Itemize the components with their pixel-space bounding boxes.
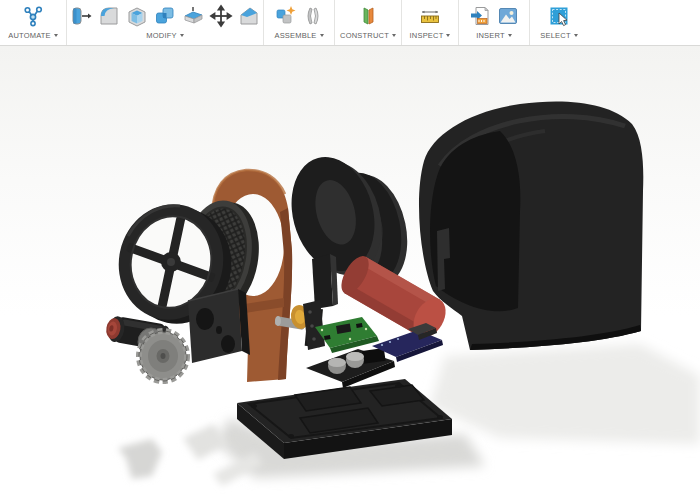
offset-face-icon[interactable] bbox=[180, 3, 206, 29]
toolbar-label-text: MODIFY bbox=[146, 31, 176, 40]
gearbox-part[interactable] bbox=[138, 328, 187, 381]
toolbar-label-text: SELECT bbox=[540, 31, 570, 40]
toolbar-label-select[interactable]: SELECT bbox=[540, 31, 577, 40]
insert-file-icon[interactable] bbox=[467, 3, 493, 29]
toolbar-label-construct[interactable]: CONSTRUCT bbox=[340, 31, 396, 40]
toolbar-spacer bbox=[588, 0, 700, 45]
chamfer-icon[interactable] bbox=[236, 3, 262, 29]
toolbar-label-text: INSPECT bbox=[410, 31, 444, 40]
toolbar-section-construct: CONSTRUCT bbox=[335, 0, 402, 45]
toolbar-section-modify: MODIFY bbox=[67, 0, 264, 45]
green-pcb-part[interactable] bbox=[315, 317, 379, 353]
chevron-down-icon bbox=[54, 34, 58, 37]
chevron-down-icon bbox=[180, 34, 184, 37]
construction-plane-icon[interactable] bbox=[355, 3, 381, 29]
toolbar-label-automate[interactable]: AUTOMATE bbox=[8, 31, 58, 40]
shell-icon[interactable] bbox=[124, 3, 150, 29]
toolbar-section-assemble: ASSEMBLE bbox=[264, 0, 335, 45]
canvas-image-icon[interactable] bbox=[495, 3, 521, 29]
fillet-icon[interactable] bbox=[96, 3, 122, 29]
toolbar-section-select: SELECT bbox=[530, 0, 588, 45]
combine-icon[interactable] bbox=[152, 3, 178, 29]
exploded-assembly bbox=[0, 46, 700, 495]
driver-board-part[interactable] bbox=[306, 348, 395, 388]
press-pull-icon[interactable] bbox=[68, 3, 94, 29]
mount-plate-part[interactable] bbox=[188, 289, 250, 363]
toolbar-label-assemble[interactable]: ASSEMBLE bbox=[274, 31, 323, 40]
select-box-icon[interactable] bbox=[546, 3, 572, 29]
chevron-down-icon bbox=[446, 34, 450, 37]
move-copy-icon[interactable] bbox=[208, 3, 234, 29]
toolbar-label-text: AUTOMATE bbox=[8, 31, 51, 40]
chevron-down-icon bbox=[392, 34, 396, 37]
toolbar-section-inspect: INSPECT bbox=[402, 0, 459, 45]
toolbar-label-text: INSERT bbox=[476, 31, 505, 40]
toolbar-label-text: ASSEMBLE bbox=[274, 31, 316, 40]
toolbar: AUTOMATE bbox=[0, 0, 700, 46]
toolbar-section-insert: INSERT bbox=[459, 0, 530, 45]
chevron-down-icon bbox=[508, 34, 512, 37]
toolbar-label-insert[interactable]: INSERT bbox=[476, 31, 512, 40]
joint-icon[interactable] bbox=[300, 3, 326, 29]
cover-shell-part[interactable] bbox=[419, 101, 643, 350]
chevron-down-icon bbox=[574, 34, 578, 37]
automate-icon[interactable] bbox=[20, 3, 46, 29]
toolbar-label-modify[interactable]: MODIFY bbox=[146, 31, 183, 40]
toolbar-label-text: CONSTRUCT bbox=[340, 31, 389, 40]
toolbar-section-automate: AUTOMATE bbox=[0, 0, 67, 45]
measure-icon[interactable] bbox=[417, 3, 443, 29]
chevron-down-icon bbox=[320, 34, 324, 37]
viewport-canvas[interactable] bbox=[0, 46, 700, 495]
new-component-icon[interactable] bbox=[272, 3, 298, 29]
toolbar-label-inspect[interactable]: INSPECT bbox=[410, 31, 451, 40]
